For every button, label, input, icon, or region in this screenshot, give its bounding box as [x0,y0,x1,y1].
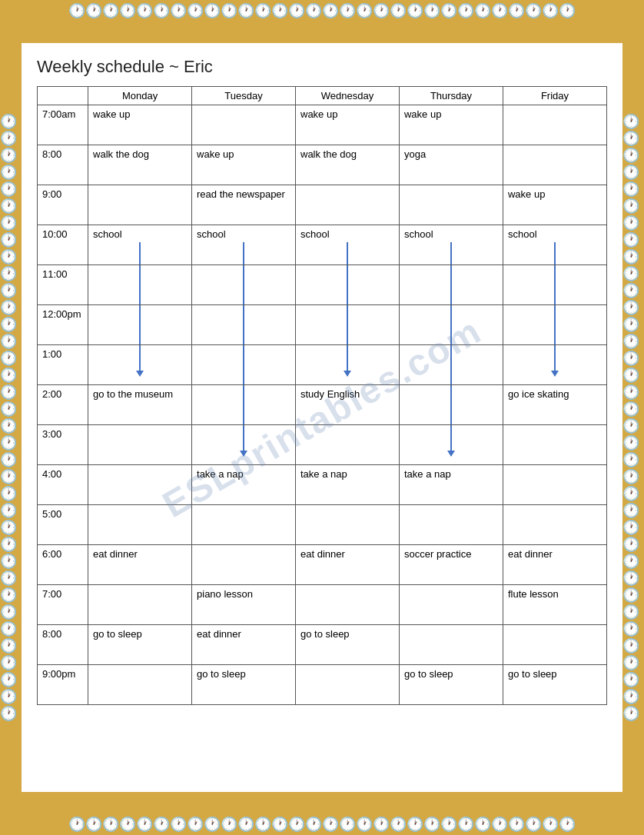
activity-text: go to sleep [404,668,453,680]
activity-text: yoga [404,148,426,160]
activity-cell: take a nap [296,465,400,505]
table-row: 6:00eat dinnereat dinnersoccer practicee… [38,545,607,585]
arrow-indicator [447,385,455,424]
activity-cell [399,625,503,665]
arrow-line [347,345,348,371]
activity-cell [296,425,400,465]
arrow-indicator [240,385,247,424]
arrow-line [450,425,452,451]
activity-cell: school [399,225,503,265]
page-title: Weekly schedule ~ Eric [37,57,607,77]
arrow-line [554,345,556,371]
arrow-indicator [344,265,351,304]
activity-cell: go to the museum [88,385,192,425]
activity-cell: school [88,225,192,265]
activity-cell [192,265,296,305]
activity-text: piano lesson [197,588,253,600]
time-cell: 8:00 [38,625,88,665]
arrow-line [243,265,244,304]
activity-cell [88,505,192,545]
arrow-line [450,345,452,384]
arrow-line [347,265,348,304]
time-cell: 12:00pm [38,305,88,345]
activity-cell: eat dinner [503,545,606,585]
table-row: 4:00take a naptake a naptake a nap [38,465,607,505]
activity-cell [296,305,400,345]
bottom-border: 🕐🕐🕐🕐🕐🕐🕐🕐🕐🕐🕐🕐🕐🕐🕐🕐🕐🕐🕐🕐🕐🕐🕐🕐🕐🕐🕐🕐🕐🕐 [0,813,644,835]
activity-cell: wake up [192,145,296,185]
header-monday: Monday [88,87,192,105]
arrow-indicator [136,305,144,344]
activity-text: go to the museum [93,388,173,400]
activity-cell [88,425,192,465]
activity-cell: wake up [399,105,503,145]
arrow-line [139,242,141,264]
arrow-indicator [240,242,247,264]
activity-text: wake up [404,108,441,120]
arrow-indicator [551,305,559,344]
activity-cell [192,305,296,345]
activity-cell [296,185,400,225]
activity-text: read the newspaper [197,188,285,200]
activity-cell [296,585,400,625]
activity-cell [503,425,606,465]
activity-cell [88,665,192,705]
arrow-indicator [136,265,144,304]
activity-cell [88,265,192,305]
activity-cell: read the newspaper [192,185,296,225]
arrow-indicator [447,265,455,304]
activity-cell: soccer practice [399,545,503,585]
activity-text: go to sleep [300,628,350,640]
activity-cell: eat dinner [88,545,192,585]
activity-text: flute lesson [508,588,559,600]
activity-cell [192,425,296,465]
arrow-indicator [344,345,351,377]
activity-text: walk the dog [93,148,149,160]
activity-text: school [197,228,226,240]
activity-text: wake up [300,108,337,120]
right-border: 🕐🕐🕐🕐🕐🕐🕐🕐🕐🕐🕐🕐🕐🕐🕐🕐🕐🕐🕐🕐🕐🕐🕐🕐🕐🕐🕐🕐🕐🕐🕐🕐🕐🕐🕐🕐 [622,43,644,792]
arrow-indicator [136,345,144,377]
time-cell: 7:00 [38,585,88,625]
activity-cell: school [192,225,296,265]
activity-text: eat dinner [197,628,241,640]
activity-text: wake up [508,188,545,200]
arrow-indicator [447,345,455,384]
table-row: 10:00schoolschoolschoolschoolschool [38,225,607,265]
arrow-line [243,385,244,424]
table-row: 9:00read the newspaperwake up [38,185,607,225]
activity-cell: eat dinner [192,625,296,665]
arrow-indicator [551,242,559,264]
activity-cell: yoga [399,145,503,185]
activity-cell: walk the dog [88,145,192,185]
arrow-indicator [344,242,351,264]
arrow-line [450,265,452,304]
arrow-head [551,371,559,377]
activity-cell: go to sleep [88,625,192,665]
activity-cell [88,585,192,625]
time-cell: 7:00am [38,105,88,145]
activity-cell [192,385,296,425]
activity-cell: wake up [88,105,192,145]
time-cell: 3:00 [38,425,88,465]
activity-cell [399,585,503,625]
activity-text: school [93,228,122,240]
activity-text: wake up [93,108,130,120]
arrow-indicator [447,305,455,344]
activity-cell [399,385,503,425]
arrow-line [243,242,244,264]
arrow-indicator [344,305,351,344]
table-row: 3:00 [38,425,607,465]
arrow-indicator [551,265,559,304]
time-cell: 9:00pm [38,665,88,705]
arrow-line [139,345,141,371]
arrow-line [139,305,141,344]
arrow-line [450,305,452,344]
arrow-indicator [240,265,247,304]
activity-cell [503,265,606,305]
table-row: 8:00walk the dogwake upwalk the dogyoga [38,145,607,185]
inner-content: ESLprintables.com Weekly schedule ~ Eric… [22,43,622,792]
left-border: 🕐🕐🕐🕐🕐🕐🕐🕐🕐🕐🕐🕐🕐🕐🕐🕐🕐🕐🕐🕐🕐🕐🕐🕐🕐🕐🕐🕐🕐🕐🕐🕐🕐🕐🕐🕐 [0,43,22,792]
arrow-line [243,305,244,344]
activity-cell: take a nap [192,465,296,505]
